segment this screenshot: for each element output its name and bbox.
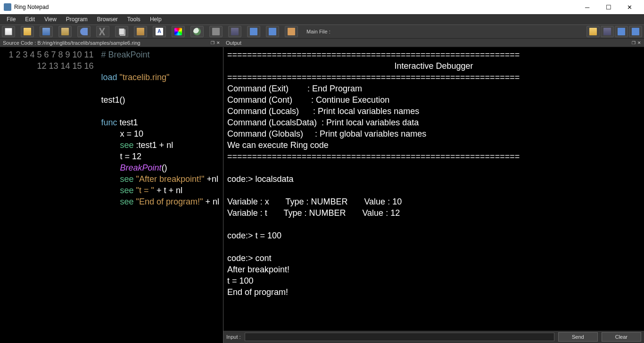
close-button[interactable]: ✕ [619, 0, 640, 14]
mainfile-debug-button[interactable] [601, 26, 614, 37]
output-line: Variable : x Type : NUMBER Value : 10 [227, 197, 402, 206]
code-token: "End of program!" [136, 197, 203, 206]
source-undock-icon[interactable]: ❐ [211, 41, 215, 45]
minimize-button[interactable]: ─ [577, 0, 598, 14]
code-token: "After breakpoint!" [136, 174, 205, 184]
run-gui-button[interactable] [266, 26, 279, 37]
menu-view[interactable]: View [40, 15, 61, 24]
mainfile-run-button[interactable] [615, 26, 628, 37]
mainfile-run-gui-button[interactable] [629, 26, 642, 37]
run-icon [250, 28, 257, 35]
debug-button[interactable] [228, 26, 241, 37]
output-title: Interactive Debugger [227, 60, 640, 72]
output-line: Variable : t Type : NUMBER Value : 12 [227, 208, 400, 218]
debug-icon [231, 28, 239, 35]
font-icon: A [156, 28, 163, 35]
find-button[interactable] [190, 26, 204, 37]
menu-edit[interactable]: Edit [20, 15, 40, 24]
output-line: We can execute Ring code [227, 140, 329, 150]
menu-tools[interactable]: Tools [123, 15, 145, 24]
toolbar: A Main File : [0, 24, 644, 39]
run-web-icon [288, 28, 295, 35]
menu-file[interactable]: File [2, 15, 20, 24]
code-line: t = 12 [101, 152, 142, 161]
code-token: func [101, 118, 117, 127]
cut-button[interactable] [96, 26, 109, 37]
mainfile-open-button[interactable] [586, 26, 600, 37]
output-line: Command (Exit) : End Program [227, 84, 362, 93]
undo-button[interactable] [77, 26, 91, 37]
code-token [101, 163, 120, 172]
code-token: test1 [117, 118, 138, 127]
font-button[interactable]: A [153, 26, 166, 37]
output-label: Output [226, 40, 241, 46]
window-title: Ring Notepad [14, 4, 49, 10]
open-file-button[interactable] [21, 26, 34, 37]
print-button[interactable] [209, 26, 223, 37]
source-path-label: Source Code : B:/ring/ringlibs/tracelib/… [3, 40, 140, 46]
code-token: BreakPoint [120, 163, 162, 172]
code-content[interactable]: # BreakPoint load "tracelib.ring" test1(… [98, 47, 223, 343]
code-token: "t = " [136, 186, 154, 195]
cut-icon [99, 28, 107, 35]
clear-button[interactable]: Clear [602, 332, 641, 342]
output-panel-header: Output ❐ ✕ [223, 39, 644, 47]
output-line: code:> t = 100 [227, 231, 281, 240]
output-line: End of program! [227, 287, 288, 297]
run-web-button[interactable] [285, 26, 298, 37]
send-button[interactable]: Send [558, 332, 598, 342]
run-gui-icon [632, 28, 639, 35]
new-file-button[interactable] [2, 26, 15, 37]
input-field[interactable] [245, 333, 554, 341]
code-line: test1() [101, 95, 125, 105]
copy-button[interactable] [115, 26, 128, 37]
mainfile-label: Main File : [304, 29, 333, 34]
colors-button[interactable] [172, 26, 185, 37]
output-line: Command (Locals) : Print local variables… [227, 106, 419, 116]
code-token: () [162, 163, 167, 172]
output-undock-icon[interactable]: ❐ [632, 41, 636, 45]
output-line: Command (LocalsData) : Print local varia… [227, 118, 419, 127]
menu-help[interactable]: Help [145, 15, 166, 24]
code-token: +nl [204, 174, 218, 184]
code-token: see [120, 197, 134, 206]
save-file-button[interactable] [40, 26, 53, 37]
output-console[interactable]: ========================================… [223, 47, 644, 331]
run-gui-icon [269, 28, 276, 35]
source-panel-header: Source Code : B:/ring/ringlibs/tracelib/… [0, 39, 223, 47]
window-titlebar: Ring Notepad ─ ☐ ✕ [0, 0, 644, 14]
code-line: x = 10 [101, 129, 144, 139]
maximize-button[interactable]: ☐ [598, 0, 619, 14]
source-panel: 1 2 3 4 5 6 7 8 9 10 11 12 13 14 15 16 #… [0, 47, 223, 343]
run-button[interactable] [247, 26, 260, 37]
run-icon [618, 28, 625, 35]
output-line: code:> localsdata [227, 174, 294, 184]
open-folder-icon [589, 28, 597, 35]
output-close-icon[interactable]: ✕ [637, 41, 641, 45]
code-token: + nl [203, 197, 219, 206]
output-line: ========================================… [227, 73, 520, 82]
output-line: t = 100 [227, 276, 254, 286]
output-line: Command (Globals) : Print global variabl… [227, 129, 426, 139]
code-token: see [120, 140, 134, 150]
code-editor[interactable]: 1 2 3 4 5 6 7 8 9 10 11 12 13 14 15 16 #… [0, 47, 223, 343]
paste-button[interactable] [134, 26, 147, 37]
input-label: Input : [226, 334, 241, 340]
save-as-button[interactable] [58, 26, 72, 37]
source-close-icon[interactable]: ✕ [216, 41, 220, 45]
debug-icon [603, 28, 611, 35]
new-file-icon [5, 28, 12, 35]
paste-icon [137, 28, 144, 35]
code-line: # BreakPoint [101, 50, 150, 59]
menubar: File Edit View Program Browser Tools Hel… [0, 14, 644, 24]
print-icon [212, 28, 220, 35]
open-folder-icon [24, 28, 31, 35]
menu-browser[interactable]: Browser [92, 15, 123, 24]
copy-icon [119, 28, 124, 35]
output-line: ========================================… [227, 152, 520, 161]
code-token: see [120, 186, 134, 195]
menu-program[interactable]: Program [61, 15, 92, 24]
colors-icon [174, 28, 182, 35]
undo-icon [80, 28, 88, 35]
code-token: :test1 + nl [134, 140, 173, 150]
